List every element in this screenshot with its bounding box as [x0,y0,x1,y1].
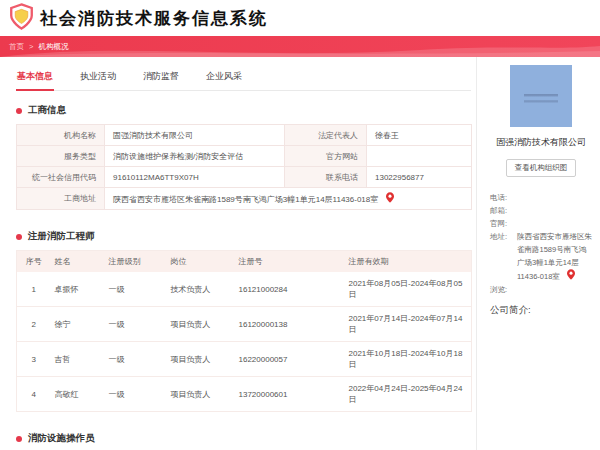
section-title-operators: 消防设施操作员 [16,432,470,445]
col-header-name: 姓名 [51,251,105,273]
breadcrumb-separator: > [29,42,33,51]
col-header-regno: 注册号 [235,251,345,273]
credit-code-value: 91610112MA6TT9X07H [105,167,285,188]
company-logo-image [510,65,572,127]
company-name: 固强消防技术有限公司 [490,136,592,149]
cell-no: 1 [17,272,51,307]
cell-position: 项目负责人 [167,307,235,342]
location-pin-icon[interactable] [567,269,575,280]
service-type-label: 服务类型 [17,146,105,167]
cell-level: 一级 [105,272,167,307]
section-title-business: 工商信息 [16,104,470,117]
contact-phone-value: 13022956877 [367,167,472,188]
site-title: 社会消防技术服务信息系统 [40,7,268,30]
business-address-value: 陕西省西安市雁塔区朱雀南路1589号南飞鸿广场3幢1单元14层11436-018… [113,195,378,204]
cell-regno: 16220000057 [235,342,345,377]
col-header-no: 序号 [17,251,51,273]
breadcrumb-current: 机构概况 [39,42,69,51]
shield-logo-icon [9,3,34,34]
cell-validity: 2022年04月24日-2025年04月24日 [345,377,472,412]
tab-basic-info[interactable]: 基本信息 [16,67,54,91]
tab-bar: 基本信息 执业活动 消防监督 企业风采 [16,67,471,91]
table-row: 1 卓振怀 一级 技术负责人 16121000284 2021年08月05日-2… [17,272,472,307]
cell-no: 2 [17,307,51,342]
cell-no: 3 [17,342,51,377]
section-title-text: 消防设施操作员 [28,432,95,445]
cell-level: 一级 [105,377,167,412]
tab-company-style[interactable]: 企业风采 [205,67,243,90]
breadcrumb-home-link[interactable]: 首页 [9,42,24,51]
legal-rep-label: 法定代表人 [285,125,367,146]
table-row: 服务类型 消防设施维护保养检测/消防安全评估 官方网站 [17,146,472,167]
table-row: 工商地址 陕西省西安市雁塔区朱雀南路1589号南飞鸿广场3幢1单元14层1143… [17,188,472,210]
phone-label: 电话: [490,191,517,204]
address-value: 陕西省西安市雁塔区朱雀南路1589号南飞鸿广场3幢1单元14层11436-018… [517,230,592,283]
tab-practice[interactable]: 执业活动 [79,67,117,90]
email-value [517,204,592,217]
email-label: 邮箱: [490,204,517,217]
banner-wave-decoration [0,36,600,57]
views-value [517,283,592,296]
cell-position: 项目负责人 [167,377,235,412]
location-pin-icon[interactable] [386,192,394,203]
view-org-chart-button[interactable]: 查看机构组织图 [506,159,577,177]
app-header: 社会消防技术服务信息系统 [0,0,600,36]
cell-name: 高敬红 [51,377,105,412]
address-text: 陕西省西安市雁塔区朱雀南路1589号南飞鸿广场3幢1单元14层11436-018… [517,232,592,281]
cell-no: 4 [17,377,51,412]
address-label: 地址: [490,230,517,283]
website-value [517,217,592,230]
cell-position: 技术负责人 [167,272,235,307]
org-name-label: 机构名称 [17,125,105,146]
company-contact-info: 电话: 邮箱: 官网: 地址: 陕西省西安市雁塔区朱雀南路1589号南飞鸿广场3… [490,191,592,296]
cell-name: 吉哲 [51,342,105,377]
section-title-engineers: 注册消防工程师 [16,230,470,243]
business-address-label: 工商地址 [17,188,105,210]
legal-rep-value: 徐春王 [367,125,472,146]
table-row: 4 高敬红 一级 项目负责人 13720000601 2022年04月24日-2… [17,377,472,412]
section-title-text: 注册消防工程师 [28,230,95,243]
cell-validity: 2021年07月14日-2024年07月14日 [345,307,472,342]
contact-phone-label: 联系电话 [285,167,367,188]
cell-regno: 13720000601 [235,377,345,412]
breadcrumb: 首页 > 机构概况 [9,42,69,52]
phone-value [517,191,592,204]
website-label: 官网: [490,217,517,230]
credit-code-label: 统一社会信用代码 [17,167,105,188]
cell-position: 项目负责人 [167,342,235,377]
service-type-value: 消防设施维护保养检测/消防安全评估 [105,146,285,167]
table-row: 3 吉哲 一级 项目负责人 16220000057 2021年10月18日-20… [17,342,472,377]
cell-level: 一级 [105,307,167,342]
main-content: 基本信息 执业活动 消防监督 企业风采 工商信息 机构名称 固强消防技术有限公司… [0,57,477,450]
cell-regno: 16121000284 [235,272,345,307]
cell-validity: 2021年08月05日-2024年08月05日 [345,272,472,307]
col-header-level: 注册级别 [105,251,167,273]
section-title-text: 工商信息 [28,104,66,117]
section-bullet-icon [16,234,22,240]
views-label: 浏览: [490,283,517,296]
official-website-value [367,146,472,167]
cell-level: 一级 [105,342,167,377]
section-bullet-icon [16,108,22,114]
cell-name: 徐宁 [51,307,105,342]
company-sidebar: 固强消防技术有限公司 查看机构组织图 电话: 邮箱: 官网: 地址: 陕西省西安… [477,57,600,450]
table-row: 2 徐宁 一级 项目负责人 16120000138 2021年07月14日-20… [17,307,472,342]
col-header-validity: 注册有效期 [345,251,472,273]
business-address-cell: 陕西省西安市雁塔区朱雀南路1589号南飞鸿广场3幢1单元14层11436-018… [105,188,472,210]
cell-regno: 16120000138 [235,307,345,342]
col-header-position: 岗位 [167,251,235,273]
org-name-value: 固强消防技术有限公司 [105,125,285,146]
section-bullet-icon [16,436,22,442]
table-row: 机构名称 固强消防技术有限公司 法定代表人 徐春王 [17,125,472,146]
cell-name: 卓振怀 [51,272,105,307]
business-info-table: 机构名称 固强消防技术有限公司 法定代表人 徐春王 服务类型 消防设施维护保养检… [16,124,472,210]
tab-fire-supervision[interactable]: 消防监督 [142,67,180,90]
official-website-label: 官方网站 [285,146,367,167]
company-profile-label: 公司简介: [490,304,592,317]
table-row: 统一社会信用代码 91610112MA6TT9X07H 联系电话 1302295… [17,167,472,188]
breadcrumb-banner: 首页 > 机构概况 [0,36,600,57]
cell-validity: 2021年10月18日-2024年10月18日 [345,342,472,377]
table-header-row: 序号 姓名 注册级别 岗位 注册号 注册有效期 [17,251,472,273]
engineers-table: 序号 姓名 注册级别 岗位 注册号 注册有效期 1 卓振怀 一级 技术负责人 1… [16,250,472,412]
